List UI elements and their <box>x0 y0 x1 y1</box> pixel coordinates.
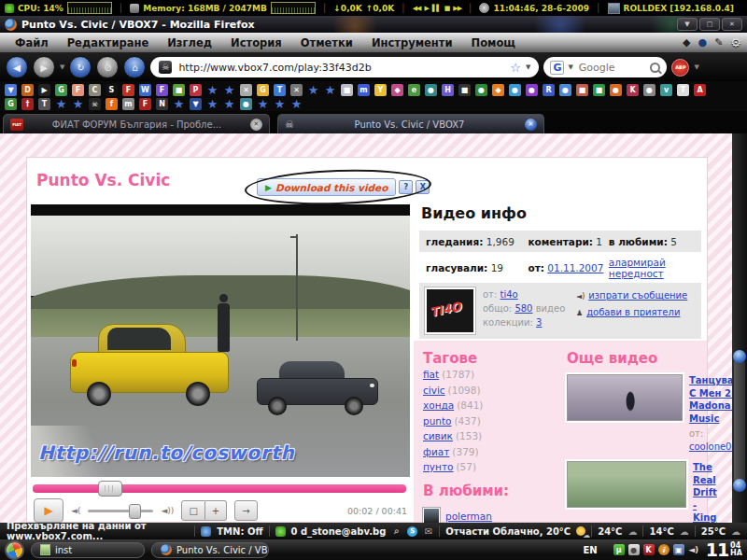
tab-close-icon[interactable]: ✕ <box>250 119 262 131</box>
total-count-link[interactable]: 580 <box>514 303 532 314</box>
weather-temp-3[interactable]: 25°C <box>701 526 726 537</box>
mail-status[interactable]: 0 d_stone@abv.bg <box>291 526 387 537</box>
bookmark-favicon[interactable]: ★ <box>223 84 235 96</box>
download-video-button[interactable]: ▶ Download this video <box>257 178 396 196</box>
bookmark-favicon[interactable]: ■ <box>593 84 605 96</box>
bookmark-favicon[interactable]: ▶ <box>38 84 50 96</box>
bookmark-favicon[interactable]: G <box>5 98 17 110</box>
bookmark-favicon[interactable]: F <box>156 84 168 96</box>
date-link[interactable]: 01.11.2007 <box>547 262 603 273</box>
taskbar-clock[interactable]: 11 04 НА <box>706 539 742 560</box>
bookmark-favicon[interactable]: ★ <box>206 84 218 96</box>
taskbar-item-firefox[interactable]: Punto Vs. Civic / VB... <box>151 542 269 558</box>
bookmark-favicon[interactable]: ● <box>559 84 571 96</box>
adblock-dropdown-icon[interactable]: ▼ <box>694 63 698 71</box>
add-friend-link[interactable]: добави в приятели <box>586 307 680 317</box>
tab-close-icon[interactable]: ✕ <box>525 119 537 131</box>
language-indicator[interactable]: EN <box>573 545 606 555</box>
info-tray-icon[interactable]: i <box>658 544 669 555</box>
bookmark-favicon[interactable]: H <box>442 84 454 96</box>
tab-punto-vs-civic[interactable]: ☠ Punto Vs. Civic / VBOX7 ✕ <box>277 114 544 133</box>
bookmark-favicon[interactable]: Y <box>374 84 387 96</box>
volume-slider[interactable] <box>88 510 153 512</box>
bookmark-favicon[interactable]: ■ <box>173 84 185 96</box>
bookmark-favicon[interactable]: K <box>627 84 639 96</box>
forward-button[interactable]: ▶ <box>33 56 55 78</box>
tag-link[interactable]: пунто <box>423 461 453 472</box>
report-link[interactable]: алармирай нередност <box>609 257 666 279</box>
menu-help[interactable]: Помощ <box>462 34 526 52</box>
antivirus-tray-icon[interactable]: K <box>643 544 655 555</box>
bookmark-favicon[interactable]: D <box>21 84 34 96</box>
bookmark-star-icon[interactable]: ☆ <box>510 61 521 75</box>
resize-button[interactable]: + <box>205 500 227 521</box>
bookmark-favicon[interactable]: ☠ <box>89 98 101 110</box>
scrollbar-down-button[interactable] <box>733 479 746 492</box>
bookmark-favicon[interactable]: ● <box>425 84 437 96</box>
bookmark-favicon[interactable]: ✕ <box>290 84 303 96</box>
bookmark-favicon[interactable]: ● <box>610 84 622 96</box>
media-play-icon[interactable]: ▶ <box>424 5 428 12</box>
minimize-button[interactable]: ▼ <box>677 18 698 31</box>
utorrent-tray-icon[interactable]: µ <box>613 544 625 555</box>
media-pause-icon[interactable]: ▌▌ <box>432 5 441 12</box>
bookmark-favicon[interactable]: T <box>38 98 50 110</box>
search-engine-icon[interactable]: G <box>550 61 564 75</box>
bookmark-favicon[interactable]: F <box>139 98 151 110</box>
seek-bar[interactable] <box>33 484 406 493</box>
bookmark-favicon[interactable]: F <box>122 84 134 96</box>
bookmark-favicon[interactable]: f <box>106 98 118 110</box>
bookmark-favicon[interactable]: T <box>274 84 286 96</box>
clock-tray-icon[interactable]: ● <box>628 544 640 555</box>
bookmark-favicon[interactable]: ● <box>526 84 538 96</box>
scrollbar-up-button[interactable] <box>733 350 746 363</box>
bookmark-favicon[interactable]: ★ <box>324 84 336 96</box>
bookmark-favicon[interactable]: ★ <box>307 84 319 96</box>
bookmark-favicon[interactable]: ★ <box>290 98 303 110</box>
skype-icon[interactable]: S <box>407 526 417 537</box>
search-input[interactable] <box>577 61 647 75</box>
history-dropdown-icon[interactable]: ▼ <box>60 63 64 71</box>
bookmark-favicon[interactable]: ★ <box>223 98 235 110</box>
stop-button[interactable]: ⊘ <box>96 56 119 78</box>
video-thumbnail[interactable] <box>567 461 686 508</box>
detach-button[interactable]: → <box>234 500 257 521</box>
restore-button[interactable]: □ <box>699 18 720 31</box>
menu-view[interactable]: Изглед <box>158 34 221 52</box>
search-engine-dropdown-icon[interactable]: ▼ <box>568 63 572 71</box>
seek-handle[interactable] <box>98 481 122 497</box>
tag-link[interactable]: хонда <box>423 399 454 411</box>
bookmark-favicon[interactable]: ● <box>475 84 487 96</box>
menu-tools[interactable]: Инструменти <box>362 34 462 52</box>
bookmark-favicon[interactable]: F <box>72 84 84 96</box>
network-tray-icon[interactable]: ▣ <box>673 544 684 555</box>
search-icon[interactable] <box>650 63 660 73</box>
uploader-avatar[interactable]: TI4O <box>425 287 475 334</box>
home-button[interactable]: ⌂ <box>123 56 146 78</box>
tmn-status[interactable]: TMN: Off <box>217 526 262 537</box>
tag-link[interactable]: punto <box>423 415 452 427</box>
bookmark-favicon[interactable]: ★ <box>274 98 286 110</box>
media-prev-icon[interactable]: ◀◀ <box>413 5 421 12</box>
taskbar-item-inst[interactable]: inst <box>31 542 145 558</box>
bookmark-favicon[interactable]: v <box>660 84 672 96</box>
envelope-icon[interactable]: ✉ <box>423 526 433 537</box>
weather-temp-1[interactable]: 24°C <box>598 526 622 537</box>
bookmark-favicon[interactable]: G <box>55 84 67 96</box>
bookmark-favicon[interactable]: e <box>408 84 420 96</box>
menu-file[interactable]: Файл <box>6 34 58 52</box>
weather-now[interactable]: Отчасти Облачно, 20°C <box>445 526 571 537</box>
bookmark-favicon[interactable]: ▼ <box>190 98 202 110</box>
tab-fiat-forum[interactable]: FIAT ФИАТ ФОРУМ България - Пробле... ✕ <box>3 114 270 133</box>
bookmark-favicon[interactable]: ■ <box>341 84 353 96</box>
bookmark-favicon[interactable]: R <box>543 84 555 96</box>
reload-button[interactable]: ↻ <box>69 56 92 78</box>
search-status-icon[interactable]: ⌕ <box>391 526 402 537</box>
bookmark-favicon[interactable]: ★ <box>173 98 185 110</box>
video-thumbnail[interactable] <box>567 374 683 421</box>
bookmark-favicon[interactable]: P <box>190 84 202 96</box>
close-button[interactable]: ✕ <box>722 18 742 31</box>
bookmark-favicon[interactable]: † <box>21 98 34 110</box>
download-close-button[interactable]: X <box>416 180 430 194</box>
video-player[interactable]: Http://run.to/cosworth <box>31 204 410 477</box>
